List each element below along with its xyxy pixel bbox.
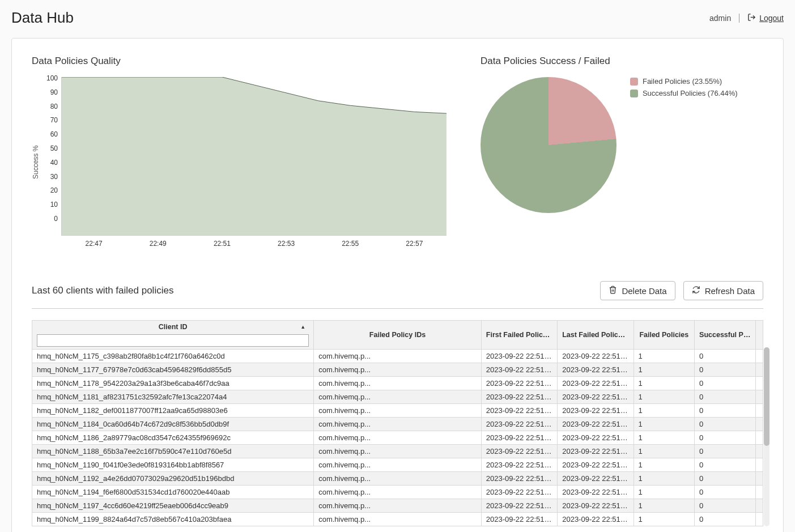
x-tick: 22:55 <box>318 240 382 248</box>
cell-policy-ids: com.hivemq.p... <box>314 350 482 363</box>
cell-last-ts: 2023-09-22 22:51:30 <box>558 377 634 390</box>
y-tick: 40 <box>41 159 58 166</box>
logout-link[interactable]: Logout <box>747 13 784 23</box>
cell-spacer <box>755 499 763 513</box>
logout-icon <box>747 13 756 23</box>
legend-item[interactable]: Failed Policies (23.55%) <box>630 77 738 86</box>
table-row[interactable]: hmq_h0NcM_1182_def0011877007ff12aa9ca65d… <box>32 404 763 418</box>
refresh-data-button[interactable]: Refresh Data <box>683 281 763 300</box>
cell-client-id: hmq_h0NcM_1188_65b3a7ee2c16f7b590c47e110… <box>32 445 314 458</box>
cell-failed: 1 <box>634 431 694 445</box>
col-failed-count[interactable]: Failed Policies <box>634 321 694 350</box>
cell-failed: 1 <box>634 472 694 486</box>
cell-policy-ids: com.hivemq.p... <box>314 390 482 404</box>
cell-spacer <box>755 486 763 499</box>
cell-policy-ids: com.hivemq.p... <box>314 377 482 390</box>
col-first-failed[interactable]: First Failed Policy Timestamp <box>481 321 557 350</box>
y-tick: 80 <box>41 103 58 110</box>
page-title: Data Hub <box>11 9 74 27</box>
col-client-id-label: Client ID <box>159 323 188 331</box>
cell-spacer <box>755 363 763 377</box>
col-failed-policy-ids-label: Failed Policy IDs <box>369 331 426 339</box>
cell-failed: 1 <box>634 458 694 472</box>
sort-asc-icon: ▲ <box>300 324 305 330</box>
cell-spacer <box>755 418 763 431</box>
x-tick: 22:51 <box>190 240 254 248</box>
cell-client-id: hmq_h0NcM_1197_4cc6d60e4219ff25eaeb006d4… <box>32 499 314 513</box>
cell-client-id: hmq_h0NcM_1190_f041f0e3ede0f8193164bb1ab… <box>32 458 314 472</box>
cell-client-id: hmq_h0NcM_1177_67978e7c0d63cab45964829f6… <box>32 363 314 377</box>
cell-policy-ids: com.hivemq.p... <box>314 445 482 458</box>
table-row[interactable]: hmq_h0NcM_1177_67978e7c0d63cab45964829f6… <box>32 363 763 377</box>
cell-spacer <box>755 513 763 526</box>
table-scrollbar[interactable] <box>764 347 770 526</box>
delete-data-button[interactable]: Delete Data <box>600 281 675 300</box>
cell-success: 0 <box>695 418 755 431</box>
pie-chart <box>481 77 617 213</box>
cell-client-id: hmq_h0NcM_1181_af8231751c32592afc7fe13ca… <box>32 390 314 404</box>
y-tick: 60 <box>41 131 58 138</box>
cell-failed: 1 <box>634 350 694 363</box>
cell-success: 0 <box>695 377 755 390</box>
client-id-filter-input[interactable] <box>37 334 309 347</box>
y-axis-label: Success % <box>32 77 41 236</box>
cell-failed: 1 <box>634 377 694 390</box>
cell-failed: 1 <box>634 486 694 499</box>
legend-label: Failed Policies (23.55%) <box>643 77 722 86</box>
cell-spacer <box>755 377 763 390</box>
cell-first-ts: 2023-09-22 22:51:35 <box>481 458 557 472</box>
col-success-count[interactable]: Successful Policies <box>695 321 755 350</box>
cell-last-ts: 2023-09-22 22:51:34 <box>558 445 634 458</box>
cell-success: 0 <box>695 513 755 526</box>
table-row[interactable]: hmq_h0NcM_1186_2a89779ac08cd3547c624355f… <box>32 431 763 445</box>
x-tick: 22:53 <box>254 240 318 248</box>
table-row[interactable]: hmq_h0NcM_1178_9542203a29a1a3f3be6caba46… <box>32 377 763 390</box>
scrollbar-thumb[interactable] <box>764 347 770 446</box>
cell-failed: 1 <box>634 445 694 458</box>
cell-first-ts: 2023-09-22 22:51:34 <box>481 445 557 458</box>
cell-last-ts: 2023-09-22 22:51:37 <box>558 513 634 526</box>
cell-policy-ids: com.hivemq.p... <box>314 431 482 445</box>
cell-spacer <box>755 472 763 486</box>
cell-success: 0 <box>695 499 755 513</box>
y-tick: 50 <box>41 145 58 152</box>
table-row[interactable]: hmq_h0NcM_1192_a4e26dd07073029a29620d51b… <box>32 472 763 486</box>
failed-policies-table: Client ID ▲ Failed Policy IDs First Fail… <box>32 320 763 526</box>
cell-first-ts: 2023-09-22 22:51:32 <box>481 404 557 418</box>
refresh-data-label: Refresh Data <box>705 286 755 296</box>
table-row[interactable]: hmq_h0NcM_1194_f6ef6800d531534cd1d760020… <box>32 486 763 499</box>
cell-failed: 1 <box>634 390 694 404</box>
table-row[interactable]: hmq_h0NcM_1184_0ca60d64b74c672d9c8f536bb… <box>32 418 763 431</box>
col-failed-policy-ids[interactable]: Failed Policy IDs <box>314 321 482 350</box>
x-tick: 22:49 <box>126 240 190 248</box>
col-client-id[interactable]: Client ID ▲ <box>32 321 314 350</box>
col-spacer <box>755 321 763 350</box>
col-first-failed-label: First Failed Policy Timestamp <box>486 331 558 339</box>
col-success-count-label: Successful Policies <box>699 331 755 339</box>
cell-success: 0 <box>695 363 755 377</box>
table-row[interactable]: hmq_h0NcM_1199_8824a64d7c57d8eb567c410a2… <box>32 513 763 526</box>
pie-chart-title: Data Policies Success / Failed <box>481 56 763 67</box>
table-row[interactable]: hmq_h0NcM_1190_f041f0e3ede0f8193164bb1ab… <box>32 458 763 472</box>
table-row[interactable]: hmq_h0NcM_1175_c398ab2f80fa8b1c4f21f760a… <box>32 350 763 363</box>
cell-first-ts: 2023-09-22 22:51:30 <box>481 377 557 390</box>
col-last-failed[interactable]: Last Failed Policy Timestamp <box>558 321 634 350</box>
y-tick: 20 <box>41 187 58 194</box>
col-last-failed-label: Last Failed Policy Timestamp <box>562 331 634 339</box>
cell-spacer <box>755 445 763 458</box>
table-row[interactable]: hmq_h0NcM_1188_65b3a7ee2c16f7b590c47e110… <box>32 445 763 458</box>
cell-last-ts: 2023-09-22 22:51:33 <box>558 418 634 431</box>
cell-client-id: hmq_h0NcM_1182_def0011877007ff12aa9ca65d… <box>32 404 314 418</box>
area-chart-svg <box>62 77 447 235</box>
cell-policy-ids: com.hivemq.p... <box>314 486 482 499</box>
cell-failed: 1 <box>634 499 694 513</box>
cell-first-ts: 2023-09-22 22:51:33 <box>481 431 557 445</box>
y-tick: 100 <box>41 75 58 82</box>
table-row[interactable]: hmq_h0NcM_1181_af8231751c32592afc7fe13ca… <box>32 390 763 404</box>
table-row[interactable]: hmq_h0NcM_1197_4cc6d60e4219ff25eaeb006d4… <box>32 499 763 513</box>
cell-first-ts: 2023-09-22 22:51:30 <box>481 363 557 377</box>
refresh-icon <box>692 286 700 296</box>
legend-item[interactable]: Successful Policies (76.44%) <box>630 89 738 97</box>
cell-success: 0 <box>695 486 755 499</box>
cell-client-id: hmq_h0NcM_1186_2a89779ac08cd3547c624355f… <box>32 431 314 445</box>
